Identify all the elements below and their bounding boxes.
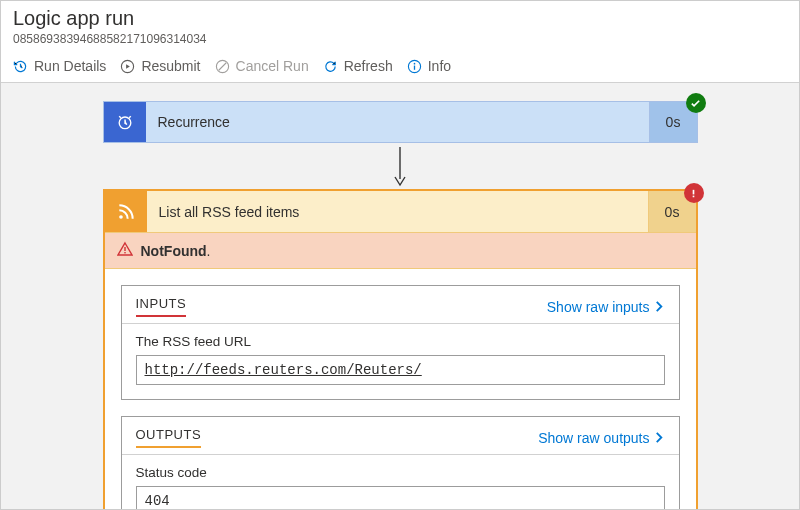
rss-icon xyxy=(105,191,147,232)
cancel-icon xyxy=(215,59,230,74)
svg-point-10 xyxy=(119,215,123,219)
success-badge xyxy=(686,93,706,113)
warning-icon xyxy=(117,241,133,260)
svg-line-2 xyxy=(218,62,226,70)
clock-icon xyxy=(104,102,146,142)
resubmit-label: Resubmit xyxy=(141,58,200,74)
run-id: 08586938394688582171096314034 xyxy=(13,32,787,46)
svg-rect-9 xyxy=(693,195,695,197)
resubmit-button[interactable]: Resubmit xyxy=(120,58,200,74)
svg-rect-11 xyxy=(124,247,125,251)
field-label-url: The RSS feed URL xyxy=(136,334,665,349)
step-recurrence[interactable]: Recurrence 0s xyxy=(103,101,698,143)
chevron-right-icon xyxy=(654,432,665,443)
step-title: List all RSS feed items xyxy=(147,191,648,232)
outputs-section: OUTPUTS Show raw outputs Status code 404 xyxy=(121,416,680,510)
error-bar: NotFound. xyxy=(105,233,696,269)
field-label-status: Status code xyxy=(136,465,665,480)
field-value-status: 404 xyxy=(136,486,665,510)
show-raw-outputs-link[interactable]: Show raw outputs xyxy=(538,430,664,446)
run-details-button[interactable]: Run Details xyxy=(13,58,106,74)
outputs-heading: OUTPUTS xyxy=(136,427,202,448)
svg-rect-8 xyxy=(693,189,695,194)
error-text: NotFound xyxy=(141,243,207,259)
info-button[interactable]: Info xyxy=(407,58,451,74)
inputs-section: INPUTS Show raw inputs The RSS feed URL … xyxy=(121,285,680,400)
step-rss[interactable]: List all RSS feed items 0s NotFound. INP… xyxy=(103,189,698,510)
connector-arrow xyxy=(1,147,799,187)
inputs-heading: INPUTS xyxy=(136,296,187,317)
resubmit-icon xyxy=(120,59,135,74)
chevron-right-icon xyxy=(654,301,665,312)
svg-point-4 xyxy=(413,62,415,64)
refresh-button[interactable]: Refresh xyxy=(323,58,393,74)
refresh-icon xyxy=(323,59,338,74)
run-details-label: Run Details xyxy=(34,58,106,74)
step-title: Recurrence xyxy=(146,102,649,142)
show-raw-inputs-link[interactable]: Show raw inputs xyxy=(547,299,665,315)
cancel-run-label: Cancel Run xyxy=(236,58,309,74)
history-icon xyxy=(13,59,28,74)
refresh-label: Refresh xyxy=(344,58,393,74)
error-badge xyxy=(684,183,704,203)
svg-rect-12 xyxy=(124,252,125,253)
cancel-run-button: Cancel Run xyxy=(215,58,309,74)
info-label: Info xyxy=(428,58,451,74)
field-value-url: http://feeds.reuters.com/Reuters/ xyxy=(136,355,665,385)
info-icon xyxy=(407,59,422,74)
svg-rect-5 xyxy=(414,65,415,69)
page-header: Logic app run 08586938394688582171096314… xyxy=(1,1,799,50)
designer-canvas: Recurrence 0s List all RSS feed items 0s… xyxy=(1,82,799,510)
page-title: Logic app run xyxy=(13,7,787,30)
toolbar: Run Details Resubmit Cancel Run Refresh … xyxy=(1,50,799,82)
